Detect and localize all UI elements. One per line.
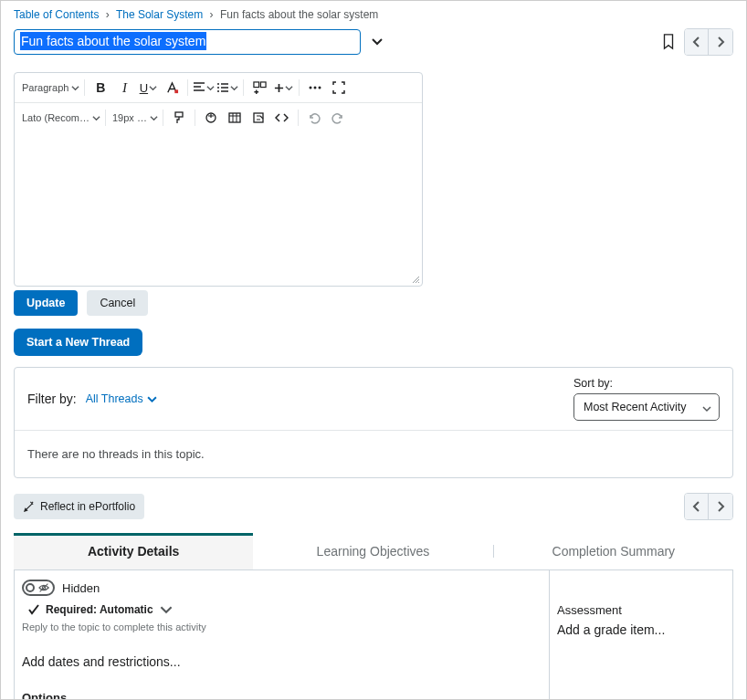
- sort-select[interactable]: Most Recent Activity: [573, 393, 720, 421]
- bookmark-icon[interactable]: [660, 34, 677, 50]
- no-threads-message: There are no threads in this topic.: [15, 430, 732, 477]
- filter-select[interactable]: All Threads: [86, 392, 157, 405]
- activity-details-panel: Hidden Required: Automatic Reply to the …: [14, 570, 733, 700]
- svg-rect-4: [254, 81, 259, 87]
- breadcrumb-current: Fun facts about the solar system: [220, 8, 378, 21]
- svg-point-7: [314, 87, 317, 89]
- bold-button[interactable]: B: [89, 78, 111, 98]
- bottom-nav-group: [684, 493, 733, 520]
- editor-body[interactable]: [15, 132, 422, 286]
- title-expand-icon[interactable]: [370, 35, 384, 49]
- font-select[interactable]: Lato (Recom…: [20, 108, 100, 128]
- add-dates-link[interactable]: Add dates and restrictions...: [22, 654, 542, 669]
- resize-handle-icon[interactable]: [411, 275, 420, 284]
- paragraph-select[interactable]: Paragraph: [20, 78, 79, 98]
- title-input[interactable]: Fun facts about the solar system: [14, 29, 361, 55]
- svg-rect-5: [260, 81, 266, 87]
- nav-prev-button-bottom[interactable]: [685, 494, 709, 519]
- svg-rect-11: [229, 113, 240, 122]
- check-icon: [27, 603, 40, 616]
- chevron-down-icon: [160, 603, 173, 616]
- add-grade-item-link[interactable]: Add a grade item...: [557, 622, 725, 637]
- format-painter-button[interactable]: [168, 108, 190, 128]
- new-thread-button[interactable]: Start a New Thread: [14, 329, 142, 356]
- update-button[interactable]: Update: [14, 290, 78, 316]
- reflect-button[interactable]: Reflect in ePortfolio: [14, 494, 144, 519]
- tab-completion-summary[interactable]: Completion Summary: [494, 533, 733, 569]
- redo-button[interactable]: [327, 108, 349, 128]
- size-select[interactable]: 19px …: [110, 108, 158, 128]
- rich-text-editor: Paragraph B I U Lato (Recom… 19px …: [14, 72, 423, 287]
- sort-label: Sort by:: [573, 377, 720, 390]
- breadcrumb-parent[interactable]: The Solar System: [116, 8, 203, 21]
- svg-rect-9: [175, 112, 183, 117]
- more-actions-button[interactable]: [304, 78, 326, 98]
- undo-button[interactable]: [303, 108, 325, 128]
- threads-panel: Filter by: All Threads Sort by: Most Rec…: [14, 367, 733, 478]
- list-button[interactable]: [216, 78, 238, 98]
- visibility-label: Hidden: [62, 581, 100, 595]
- svg-point-8: [319, 87, 321, 89]
- filter-label: Filter by:: [27, 392, 77, 406]
- nav-next-button-bottom[interactable]: [709, 494, 732, 519]
- hidden-icon: [37, 581, 50, 594]
- svg-point-2: [217, 87, 219, 89]
- insert-stuff-button[interactable]: [248, 78, 270, 98]
- top-nav-group: [684, 28, 733, 56]
- align-button[interactable]: [193, 78, 215, 98]
- completion-method[interactable]: Required: Automatic: [22, 603, 542, 616]
- assessment-header: Assessment: [557, 603, 725, 617]
- completion-hint: Reply to the topic to complete this acti…: [22, 622, 542, 632]
- breadcrumb: Table of Contents › The Solar System › F…: [1, 1, 746, 25]
- underline-button[interactable]: U: [137, 78, 159, 98]
- nav-next-button[interactable]: [709, 29, 732, 55]
- insert-more-button[interactable]: [272, 78, 294, 98]
- tab-activity-details[interactable]: Activity Details: [14, 533, 253, 569]
- title-row: Fun facts about the solar system: [1, 25, 746, 68]
- nav-prev-button[interactable]: [685, 29, 709, 55]
- source-code-button[interactable]: [271, 108, 293, 128]
- breadcrumb-root[interactable]: Table of Contents: [14, 8, 99, 21]
- tabs: Activity Details Learning Objectives Com…: [14, 533, 733, 570]
- tab-learning-objectives[interactable]: Learning Objectives: [253, 533, 492, 569]
- text-color-button[interactable]: [161, 78, 183, 98]
- cancel-button[interactable]: Cancel: [87, 290, 148, 316]
- svg-point-1: [217, 83, 219, 85]
- options-header: Options: [22, 691, 542, 700]
- svg-rect-0: [174, 89, 178, 93]
- svg-point-6: [310, 87, 312, 89]
- fullscreen-button[interactable]: [328, 78, 350, 98]
- svg-point-3: [217, 90, 219, 92]
- equation-button[interactable]: [200, 108, 222, 128]
- accessibility-button[interactable]: [247, 108, 269, 128]
- visibility-toggle[interactable]: [22, 580, 55, 596]
- table-button[interactable]: [224, 108, 246, 128]
- reflect-icon: [23, 501, 35, 513]
- italic-button[interactable]: I: [113, 78, 135, 98]
